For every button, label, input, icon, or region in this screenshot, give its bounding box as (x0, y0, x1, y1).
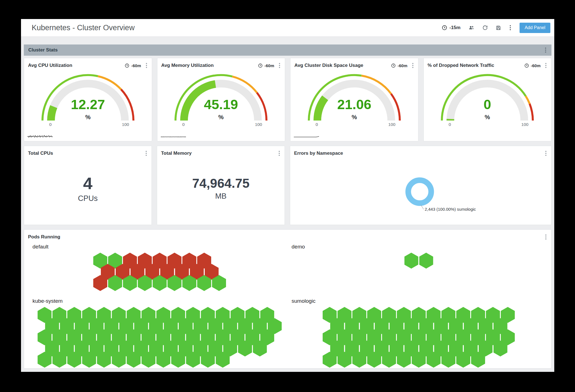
gauge-sparkline (294, 134, 319, 139)
gauge-max-label: 100 (388, 122, 395, 127)
clock-icon (391, 63, 396, 68)
panel-title: Avg Cluster Disk Space Usage (294, 63, 391, 68)
gauge-min-label: 0 (316, 122, 318, 127)
save-icon[interactable] (496, 25, 501, 30)
panel-time-range[interactable]: -60m (258, 63, 274, 68)
panel-title: Errors by Namespace (294, 151, 541, 156)
honeycomb (38, 307, 283, 368)
panel-head: Pods Running (24, 230, 551, 240)
header-kebab-icon[interactable] (509, 24, 512, 31)
panel-head: Avg Memory Utilization-60m (157, 58, 285, 69)
panel-kebab-icon[interactable] (145, 62, 148, 69)
gauge-unit: % (85, 114, 90, 121)
pod-group: default (29, 241, 288, 291)
panel-time-range-label: -60m (264, 63, 274, 68)
honeycomb (404, 253, 434, 269)
honeycomb (93, 253, 227, 291)
dashboard-window: Kubernetes - Cluster Overview -15m (21, 19, 554, 372)
panel-kebab-icon[interactable] (145, 150, 148, 157)
gauge-value: 12.27 (71, 97, 105, 112)
errors-donut-chart: 2,443 (100.00%) sumologic (290, 157, 551, 221)
page-title: Kubernetes - Cluster Overview (32, 24, 442, 32)
stat-body: 74,964.75 MB (157, 157, 285, 220)
gauge-max-label: 100 (122, 122, 129, 127)
pod-group: sumologic (288, 296, 547, 368)
gauge-chart: 12.27%0100 (37, 70, 139, 127)
pod-group: demo (288, 241, 547, 291)
panel-errors-by-namespace: Errors by Namespace 2,443 (100.00%) sumo… (290, 146, 551, 225)
panel-gauge: Avg Memory Utilization-60m45.19%0100 (157, 58, 285, 141)
stats-row: Total CPUs 4 CPUs Total Memory 74,964.75 (24, 146, 551, 225)
gauge-chart: 45.19%0100 (170, 70, 272, 127)
section-kebab-icon[interactable] (544, 47, 547, 53)
panel-title: Total Memory (161, 151, 274, 156)
gauge-row: Avg CPU Utilization-60m12.27%0100Avg Mem… (24, 58, 551, 141)
add-panel-button[interactable]: Add Panel (520, 23, 550, 33)
panel-time-range[interactable]: -60m (391, 63, 407, 68)
gauge-max-label: 100 (522, 122, 529, 127)
gauge-chart: 0%0100 (436, 70, 539, 127)
hex-row (93, 275, 227, 291)
panel-kebab-icon[interactable] (278, 150, 281, 157)
screenshot-frame: Kubernetes - Cluster Overview -15m (0, 0, 575, 392)
gauge-value: 21.06 (337, 97, 371, 112)
dashboard-content: Cluster Stats Avg CPU Utilization-60m12.… (21, 37, 554, 368)
panel-kebab-icon[interactable] (544, 234, 547, 240)
stat-body: 4 CPUs (24, 157, 152, 220)
namespace-label: default (32, 244, 288, 250)
panel-gauge: Avg Cluster Disk Space Usage-60m21.06%01… (290, 58, 418, 141)
panel-gauge: % of Dropped Network Traffic-60m0%0100 (423, 58, 552, 141)
namespace-label: demo (292, 244, 547, 250)
section-header-cluster-stats: Cluster Stats (24, 44, 551, 56)
gauge-min-label: 0 (182, 122, 185, 127)
clock-icon (442, 25, 447, 30)
clock-icon (524, 63, 529, 68)
stat-unit: CPUs (78, 194, 98, 203)
panel-time-range-label: -60m (531, 63, 541, 68)
gauge-sparkline (27, 134, 53, 139)
stat-unit: MB (215, 192, 227, 201)
panel-head: Total Memory (157, 146, 285, 157)
gauge-value: 0 (484, 97, 491, 112)
pod-hex[interactable] (419, 253, 433, 269)
panel-title: Pods Running (28, 234, 541, 240)
panel-kebab-icon[interactable] (544, 150, 547, 157)
panel-head: Total CPUs (24, 146, 152, 157)
honeycomb (323, 307, 516, 368)
gauge-sparkline (161, 134, 186, 139)
gauge-unit: % (218, 114, 224, 121)
gauge-unit: % (485, 114, 490, 121)
panel-title: Avg CPU Utilization (28, 63, 125, 68)
global-time-range[interactable]: -15m (442, 25, 460, 30)
gauge-min-label: 0 (49, 122, 52, 127)
panel-time-range-label: -60m (131, 63, 141, 68)
panel-time-range[interactable]: -60m (524, 63, 541, 68)
pods-grid: default demo kube-system sumologic (24, 240, 551, 368)
global-time-range-label: -15m (449, 25, 460, 30)
dashboard-header: Kubernetes - Cluster Overview -15m (21, 19, 554, 37)
panel-total-cpus: Total CPUs 4 CPUs (24, 146, 152, 225)
panel-time-range-label: -60m (397, 63, 407, 68)
panel-kebab-icon[interactable] (411, 62, 414, 69)
donut-segment-sumologic[interactable] (408, 180, 431, 203)
panel-title: Total CPUs (28, 151, 141, 156)
refresh-icon[interactable] (482, 25, 488, 30)
gauge-unit: % (351, 114, 357, 121)
panel-title: % of Dropped Network Traffic (428, 63, 524, 68)
clock-icon (258, 63, 263, 68)
panel-time-range[interactable]: -60m (125, 63, 141, 68)
panel-kebab-icon[interactable] (278, 62, 281, 69)
gauge-value: 45.19 (204, 97, 238, 112)
section-title: Cluster Stats (28, 47, 540, 53)
header-controls: -15m Add Panel (442, 23, 550, 33)
stat-value: 4 (83, 174, 92, 193)
panel-kebab-icon[interactable] (544, 62, 547, 69)
pod-group: kube-system (29, 296, 288, 368)
panel-head: Avg CPU Utilization-60m (24, 58, 152, 69)
panel-title: Avg Memory Utilization (161, 63, 258, 68)
panel-head: Errors by Namespace (290, 146, 551, 157)
users-icon[interactable] (468, 25, 474, 30)
namespace-label: kube-system (32, 298, 288, 304)
pod-hex[interactable] (404, 253, 418, 269)
gauge-min-label: 0 (449, 122, 451, 127)
